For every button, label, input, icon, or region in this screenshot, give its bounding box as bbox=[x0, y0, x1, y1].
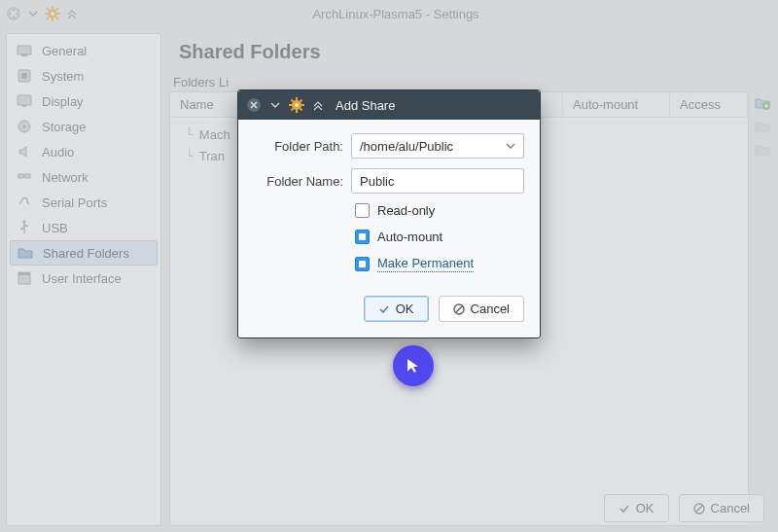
read-only-checkbox[interactable]: Read-only bbox=[355, 203, 524, 218]
chevron-down-icon bbox=[506, 141, 515, 151]
svg-line-34 bbox=[292, 100, 294, 102]
close-icon[interactable] bbox=[246, 97, 262, 113]
auto-mount-checkbox[interactable]: Auto-mount bbox=[355, 230, 524, 244]
svg-line-40 bbox=[456, 306, 462, 312]
chevron-down-icon[interactable] bbox=[269, 99, 281, 111]
checkbox-checked-icon bbox=[355, 257, 370, 271]
ok-label: OK bbox=[396, 301, 414, 316]
make-permanent-label: Make Permanent bbox=[377, 256, 474, 272]
make-permanent-checkbox[interactable]: Make Permanent bbox=[355, 256, 524, 272]
folder-path-label: Folder Path: bbox=[254, 139, 343, 154]
folder-path-value: /home/alu/Public bbox=[360, 139, 453, 154]
cursor-icon bbox=[405, 357, 422, 374]
folder-path-combo[interactable]: /home/alu/Public bbox=[351, 133, 524, 159]
auto-mount-label: Auto-mount bbox=[377, 230, 442, 244]
settings-window: ArchLinux-Plasma5 - Settings General Sys… bbox=[0, 0, 778, 532]
dialog-cancel-button[interactable]: Cancel bbox=[439, 296, 524, 322]
checkbox-checked-icon bbox=[355, 230, 370, 244]
svg-line-35 bbox=[301, 109, 302, 111]
cancel-label: Cancel bbox=[471, 301, 510, 316]
svg-line-36 bbox=[301, 100, 302, 102]
folder-name-value: Public bbox=[360, 174, 394, 189]
dialog-title: Add Share bbox=[336, 98, 395, 113]
svg-line-37 bbox=[292, 109, 294, 111]
checkbox-icon bbox=[355, 203, 370, 218]
dialog-titlebar: Add Share bbox=[238, 90, 540, 120]
folder-name-label: Folder Name: bbox=[254, 174, 343, 189]
check-icon bbox=[378, 303, 390, 315]
cancel-icon bbox=[453, 303, 465, 315]
gear-icon[interactable] bbox=[289, 97, 304, 113]
svg-point-38 bbox=[295, 103, 299, 107]
dialog-ok-button[interactable]: OK bbox=[364, 296, 429, 322]
read-only-label: Read-only bbox=[377, 203, 435, 218]
dialog-body: Folder Path: /home/alu/Public Folder Nam… bbox=[238, 120, 540, 337]
cursor-indicator bbox=[393, 345, 434, 386]
chevron-up-double-icon[interactable] bbox=[312, 99, 324, 111]
folder-name-input[interactable]: Public bbox=[351, 168, 524, 194]
add-share-dialog: Add Share Folder Path: /home/alu/Public … bbox=[237, 89, 541, 338]
